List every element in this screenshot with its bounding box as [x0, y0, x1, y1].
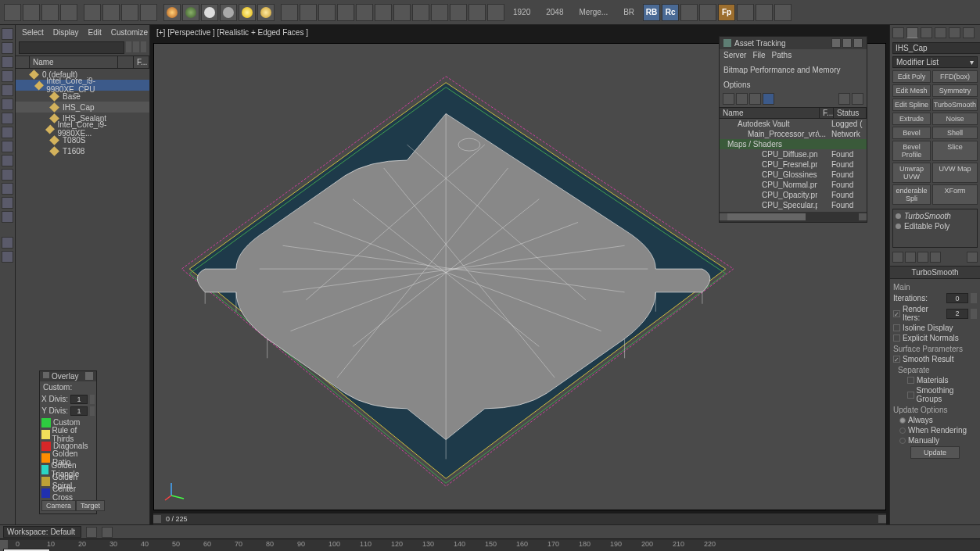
stack-unique-icon[interactable]	[917, 252, 928, 263]
tool-schematic-icon[interactable]	[60, 4, 77, 21]
tab-modify-icon[interactable]	[906, 27, 918, 38]
bulb-icon[interactable]	[896, 213, 901, 219]
overlay-grip-icon[interactable]	[43, 372, 49, 378]
ribbon-br6-icon[interactable]	[2, 211, 13, 223]
tool-help-icon[interactable]	[487, 4, 504, 21]
asset-hscroll[interactable]	[720, 212, 867, 222]
iterations-spin-arrows[interactable]	[971, 293, 977, 303]
modifier-editpoly-button[interactable]: Edit Poly	[892, 70, 931, 83]
radio-manually[interactable]	[899, 438, 906, 444]
modifier-stack[interactable]: TurboSmoothEditable Poly	[892, 209, 978, 248]
clear-search-icon[interactable]	[126, 41, 131, 52]
scene-search-input[interactable]	[19, 41, 124, 54]
ribbon-link-icon[interactable]	[2, 98, 13, 110]
workspace-dropdown[interactable]: Workspace: Default	[3, 526, 81, 538]
overlay-camera-button[interactable]: Camera	[41, 500, 76, 511]
overlay-ydiv-input[interactable]	[70, 406, 88, 416]
modifier-unwrapuvw-button[interactable]: Unwrap UVW	[892, 163, 931, 183]
tool-sunset-icon[interactable]	[163, 4, 181, 21]
ribbon-br2-icon[interactable]	[2, 155, 13, 166]
timeline-ruler[interactable]: 0102030405060708090100110120130140150160…	[0, 538, 980, 551]
workspace-icon1[interactable]	[86, 527, 97, 538]
asset-tool2-icon[interactable]	[736, 93, 748, 105]
col-vis[interactable]	[118, 56, 134, 68]
stack-show-icon[interactable]	[905, 252, 916, 263]
scroll-left-icon[interactable]	[720, 213, 727, 220]
asset-menu-item[interactable]: Bitmap Performance and Memory	[723, 66, 841, 74]
visibility-icon[interactable]	[130, 70, 138, 78]
materials-check[interactable]	[907, 377, 914, 384]
render-iters-check[interactable]	[893, 310, 900, 317]
asset-menu-item[interactable]: File	[752, 51, 765, 59]
tool-grass-icon[interactable]	[412, 4, 429, 21]
tool-wrench-icon[interactable]	[680, 4, 698, 21]
modifier-ffdbox-button[interactable]: FFD(box)	[932, 70, 978, 83]
view-mode-icon[interactable]	[133, 41, 138, 52]
tool-grid-icon[interactable]	[450, 4, 467, 21]
radio-when[interactable]	[899, 428, 906, 434]
stack-pin-icon[interactable]	[892, 252, 903, 263]
ribbon-br5-icon[interactable]	[2, 197, 13, 209]
asset-refresh-icon[interactable]	[838, 93, 850, 105]
merge-button[interactable]: Merge...	[572, 8, 616, 16]
tool-cloud-icon[interactable]	[201, 4, 218, 21]
workspace-icon2[interactable]	[102, 527, 113, 538]
freeze-icon[interactable]	[139, 136, 147, 144]
tool-fire-icon[interactable]	[393, 4, 411, 21]
freeze-icon[interactable]	[139, 92, 147, 100]
stack-entry[interactable]: TurboSmooth	[896, 211, 975, 221]
tool-gold-icon[interactable]	[257, 4, 275, 21]
asset-row[interactable]: CPU_Specular.pngFound	[720, 200, 867, 210]
scroll-right-icon[interactable]	[859, 213, 867, 220]
modifier-editmesh-button[interactable]: Edit Mesh	[892, 84, 931, 97]
visibility-icon[interactable]	[130, 81, 138, 89]
asset-row[interactable]: CPU_Glossiness.pngFound	[720, 170, 867, 180]
slider-left-icon[interactable]	[153, 515, 161, 523]
overlay-xdiv-input[interactable]	[70, 395, 88, 404]
bulb-icon[interactable]	[896, 224, 901, 229]
tool-fx4-icon[interactable]	[356, 4, 373, 21]
freeze-icon[interactable]	[139, 125, 147, 133]
asset-tool4-icon[interactable]	[763, 93, 774, 105]
isoline-check[interactable]	[893, 324, 900, 331]
tab-motion-icon[interactable]	[935, 27, 946, 38]
asset-tool3-icon[interactable]	[749, 93, 761, 105]
freeze-icon[interactable]	[139, 114, 147, 122]
modifier-symmetry-button[interactable]: Symmetry	[932, 84, 978, 97]
col-frozen[interactable]: F...	[134, 56, 149, 68]
overlay-item[interactable]: Center Cross	[40, 487, 96, 499]
render-iters-spin-arrows[interactable]	[971, 309, 977, 319]
smoothgrp-check[interactable]	[907, 392, 914, 399]
window-min-icon[interactable]	[831, 38, 841, 48]
ribbon-filter-icon[interactable]	[2, 237, 13, 249]
ribbon-set-icon[interactable]	[2, 251, 13, 263]
tool-moon-icon[interactable]	[220, 4, 237, 21]
rollout-turbosmooth[interactable]: TurboSmooth	[890, 266, 980, 279]
tree-item[interactable]: T080S	[16, 134, 149, 145]
tab-hierarchy-icon[interactable]	[921, 27, 932, 38]
menu-display[interactable]: Display	[53, 28, 79, 37]
object-name-input[interactable]	[892, 42, 980, 54]
ribbon-place-icon[interactable]	[2, 84, 13, 96]
freeze-icon[interactable]	[139, 147, 147, 155]
stack-remove-icon[interactable]	[930, 252, 941, 263]
slider-right-icon[interactable]	[878, 515, 886, 523]
tab-util-icon[interactable]	[963, 27, 975, 38]
tool-color-icon[interactable]	[468, 4, 486, 21]
ribbon-rotate-icon[interactable]	[2, 56, 13, 68]
col-name[interactable]: Name	[30, 56, 118, 68]
tool-planet-icon[interactable]	[431, 4, 448, 21]
render-iters-spinner[interactable]	[946, 309, 968, 319]
tool-globe-icon[interactable]	[140, 4, 157, 21]
tool-refresh-icon[interactable]	[121, 4, 138, 21]
asset-col-path[interactable]: F...	[820, 108, 834, 118]
freeze-icon[interactable]	[139, 81, 147, 89]
visibility-icon[interactable]	[130, 92, 138, 100]
maps-group-header[interactable]: Maps / Shaders	[720, 139, 867, 149]
color-swatch[interactable]	[41, 488, 50, 498]
smooth-result-check[interactable]	[893, 356, 900, 363]
window-max-icon[interactable]	[842, 38, 852, 48]
overlay-close-icon[interactable]	[85, 372, 93, 380]
asset-menu-item[interactable]: Paths	[772, 51, 792, 59]
asset-col-name[interactable]: Name	[720, 108, 820, 118]
